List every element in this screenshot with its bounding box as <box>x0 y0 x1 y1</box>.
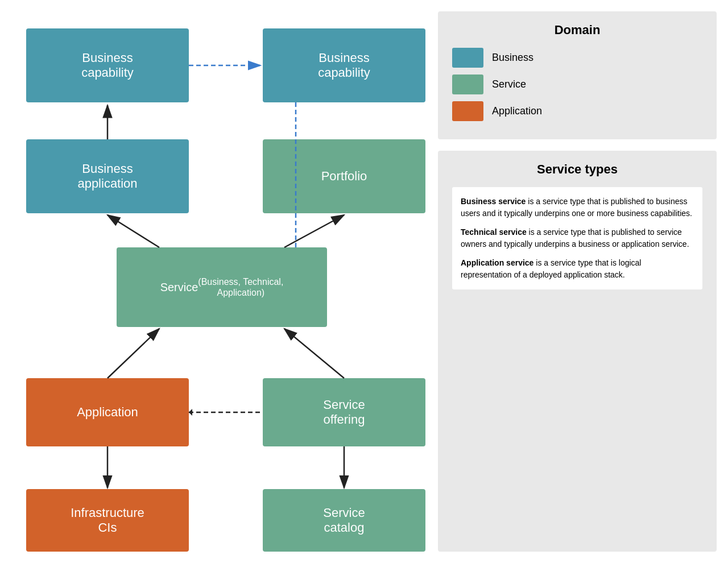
swatch-service <box>452 74 483 94</box>
legend-label-business: Business <box>492 52 533 64</box>
right-panel: Domain Business Service Application Serv… <box>438 11 717 552</box>
legend-label-application: Application <box>492 105 542 117</box>
node-service-offering: Serviceoffering <box>263 378 425 446</box>
service-types-title: Service types <box>452 162 702 177</box>
diagram-area: Businesscapability Businesscapability Bu… <box>11 11 427 552</box>
node-business-capability-left: Businesscapability <box>26 28 189 102</box>
svg-line-6 <box>284 329 344 378</box>
domain-legend: Domain Business Service Application <box>438 11 717 139</box>
legend-item-application: Application <box>452 101 702 121</box>
svg-line-3 <box>107 215 159 247</box>
domain-title: Domain <box>452 23 702 38</box>
legend-item-service: Service <box>452 74 702 94</box>
service-types-box: Service types Business service is a serv… <box>438 151 717 552</box>
svg-line-4 <box>284 215 344 247</box>
swatch-app <box>452 101 483 121</box>
node-infrastructure-cis: InfrastructureCIs <box>26 489 189 552</box>
application-service-desc: Application service is a service type th… <box>461 257 694 281</box>
application-service-bold: Application service <box>461 258 533 267</box>
node-business-application: Businessapplication <box>26 139 189 213</box>
main-container: Businesscapability Businesscapability Bu… <box>0 0 728 563</box>
svg-marker-14 <box>189 409 192 416</box>
node-service: Service(Business, Technical,Application) <box>117 247 327 327</box>
node-portfolio: Portfolio <box>263 139 425 213</box>
service-types-descriptions: Business service is a service type that … <box>452 187 702 289</box>
business-service-desc: Business service is a service type that … <box>461 196 694 220</box>
swatch-business <box>452 48 483 68</box>
svg-line-5 <box>107 329 159 378</box>
business-service-bold: Business service <box>461 197 526 206</box>
technical-service-bold: Technical service <box>461 227 527 237</box>
legend-label-service: Service <box>492 78 526 90</box>
node-business-capability-right: Businesscapability <box>263 28 425 102</box>
legend-item-business: Business <box>452 48 702 68</box>
technical-service-desc: Technical service is a service type that… <box>461 226 694 250</box>
node-service-catalog: Servicecatalog <box>263 489 425 552</box>
node-application: Application <box>26 378 189 446</box>
